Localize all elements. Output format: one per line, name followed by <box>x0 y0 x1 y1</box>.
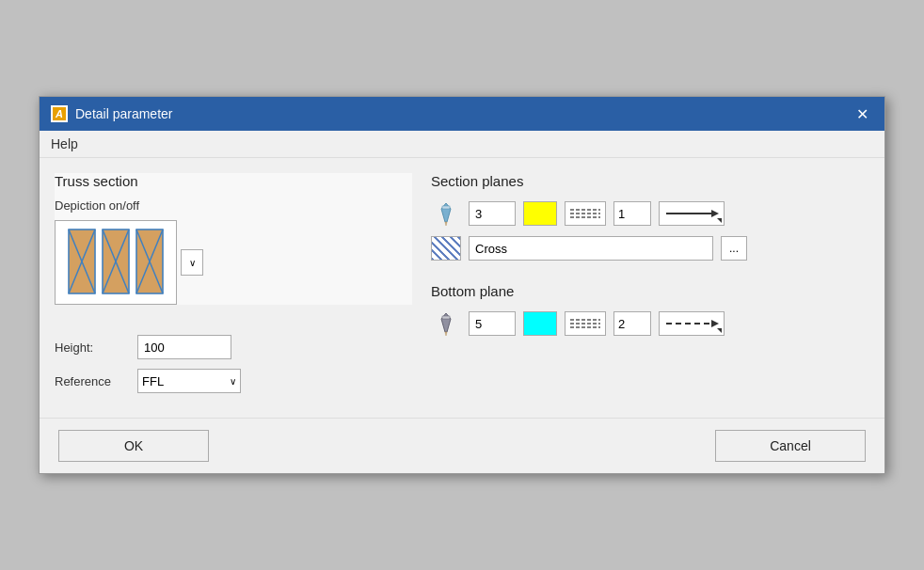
bottom-plane-color[interactable] <box>523 311 557 336</box>
svg-marker-22 <box>445 332 447 336</box>
line-type-icon <box>664 203 719 224</box>
bottom-plane-number-input[interactable] <box>469 311 516 336</box>
dialog-title: Detail parameter <box>75 106 173 121</box>
reference-value: FFL <box>142 374 164 388</box>
bottom-line-type-icon <box>664 313 719 334</box>
bottom-plane-title: Bottom plane <box>431 283 869 299</box>
height-row: Height: <box>55 335 412 359</box>
app-icon: A <box>51 105 68 122</box>
bottom-line-style-icon <box>568 314 602 333</box>
bottom-plane-weight-input[interactable] <box>613 311 651 336</box>
footer: OK Cancel <box>40 418 884 473</box>
svg-marker-28 <box>711 320 719 327</box>
section-plane-weight-input[interactable] <box>613 201 651 226</box>
reference-dropdown[interactable]: FFL ∨ <box>137 369 241 393</box>
svg-rect-23 <box>442 316 450 319</box>
help-menu-item[interactable]: Help <box>51 136 78 151</box>
bottom-plane-row1 <box>431 309 869 339</box>
svg-marker-20 <box>711 210 719 217</box>
dialog: A Detail parameter ✕ Help Truss section … <box>39 96 885 474</box>
ellipsis-button[interactable]: ... <box>721 236 747 261</box>
reference-row: Reference FFL ∨ <box>55 369 412 393</box>
close-button[interactable]: ✕ <box>851 103 873 125</box>
pencil-icon-2[interactable] <box>431 309 461 339</box>
line-style-icon <box>568 204 602 223</box>
depiction-dropdown[interactable]: ∨ <box>181 249 203 276</box>
line-type-arrow <box>717 218 722 223</box>
height-input[interactable] <box>137 335 231 359</box>
right-panel: Section planes <box>431 173 869 403</box>
pencil-svg-2 <box>436 311 456 336</box>
bottom-line-type-arrow <box>717 328 722 333</box>
svg-marker-14 <box>445 222 447 226</box>
chevron-down-icon: ∨ <box>189 258 196 268</box>
pencil-svg-1 <box>436 201 456 226</box>
fields-area: Height: Reference FFL ∨ <box>55 335 412 403</box>
ok-button[interactable]: OK <box>58 430 209 462</box>
menu-bar: Help <box>40 131 884 158</box>
bottom-plane-line-style[interactable] <box>565 311 606 336</box>
svg-rect-15 <box>442 206 450 209</box>
reference-arrow-icon: ∨ <box>230 376 236 387</box>
section-planes-title: Section planes <box>431 173 869 189</box>
section-plane-number-input[interactable] <box>469 201 516 226</box>
depiction-label: Depiction on/off <box>55 198 412 213</box>
cross-input[interactable] <box>469 236 713 261</box>
hatch-icon[interactable] <box>431 236 461 261</box>
main-content: Truss section Depiction on/off <box>40 158 884 418</box>
truss-svg <box>59 225 172 300</box>
section-plane-line-style[interactable] <box>565 201 606 226</box>
title-bar-left: A Detail parameter <box>51 105 173 122</box>
bottom-plane-line-type[interactable] <box>659 311 725 336</box>
section-planes-group: Section planes <box>431 173 869 268</box>
height-label: Height: <box>55 340 130 355</box>
truss-preview[interactable] <box>55 220 177 305</box>
section-plane-color[interactable] <box>523 201 557 226</box>
title-bar: A Detail parameter ✕ <box>40 97 884 131</box>
section-plane-row1 <box>431 198 869 229</box>
pencil-icon-1[interactable] <box>431 198 461 229</box>
left-panel: Truss section Depiction on/off <box>55 173 412 403</box>
section-plane-line-type[interactable] <box>659 201 725 226</box>
truss-section-group: Truss section Depiction on/off <box>55 173 412 305</box>
reference-label: Reference <box>55 374 130 388</box>
cancel-button[interactable]: Cancel <box>715 430 866 462</box>
truss-section-title: Truss section <box>55 173 412 189</box>
section-plane-row2: ... <box>431 236 869 261</box>
bottom-plane-group: Bottom plane <box>431 283 869 346</box>
depiction-selector: ∨ <box>55 220 412 305</box>
